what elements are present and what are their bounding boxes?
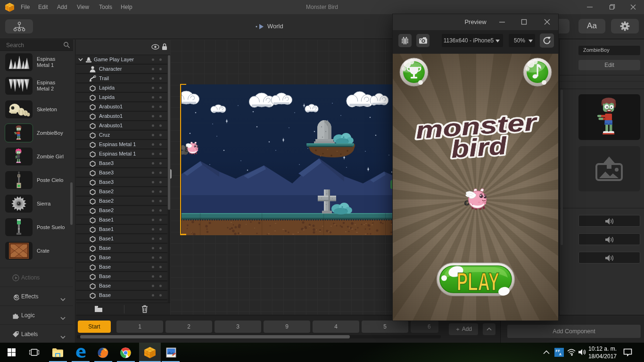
svg-text:bird: bird [450,132,508,163]
svg-text:PLAY: PLAY [457,267,499,296]
